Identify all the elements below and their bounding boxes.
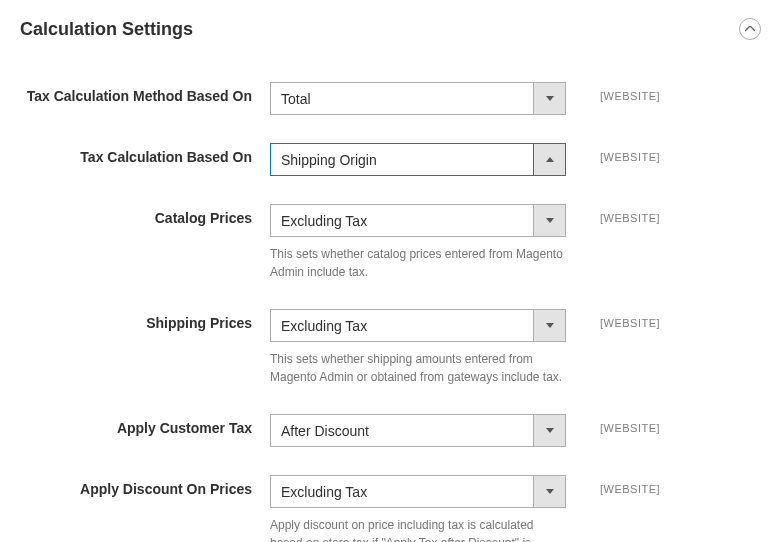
help-text: This sets whether shipping amounts enter… [270,350,566,386]
field-catalog-prices: Catalog Prices Excluding Tax This sets w… [20,204,761,281]
field-control: After Discount [270,414,566,447]
chevron-down-icon [533,415,565,446]
scope-label: [WEBSITE] [566,82,660,102]
scope-label: [WEBSITE] [566,204,660,224]
scope-label: [WEBSITE] [566,309,660,329]
scope-label: [WEBSITE] [566,475,660,495]
select-tax-calculation-method[interactable]: Total [270,82,566,115]
collapse-section-button[interactable] [739,18,761,40]
field-label: Catalog Prices [20,204,270,226]
field-apply-discount-on-prices: Apply Discount On Prices Excluding Tax A… [20,475,761,542]
field-label: Shipping Prices [20,309,270,331]
field-label: Tax Calculation Method Based On [20,82,270,104]
chevron-up-icon [745,26,755,32]
select-tax-calculation-based-on[interactable]: Shipping Origin [270,143,566,176]
field-label: Tax Calculation Based On [20,143,270,165]
field-control: Excluding Tax This sets whether catalog … [270,204,566,281]
chevron-down-icon [533,476,565,507]
chevron-down-icon [533,83,565,114]
field-apply-customer-tax: Apply Customer Tax After Discount [WEBSI… [20,414,761,447]
field-control: Excluding Tax This sets whether shipping… [270,309,566,386]
scope-label: [WEBSITE] [566,414,660,434]
field-tax-calculation-method: Tax Calculation Method Based On Total [W… [20,82,761,115]
select-value: Shipping Origin [271,144,533,175]
field-control: Shipping Origin [270,143,566,176]
chevron-down-icon [533,310,565,341]
chevron-down-icon [533,205,565,236]
help-text: Apply discount on price including tax is… [270,516,566,542]
chevron-up-icon [533,144,565,175]
help-text: This sets whether catalog prices entered… [270,245,566,281]
select-value: Excluding Tax [271,476,533,507]
field-control: Total [270,82,566,115]
field-shipping-prices: Shipping Prices Excluding Tax This sets … [20,309,761,386]
select-shipping-prices[interactable]: Excluding Tax [270,309,566,342]
field-control: Excluding Tax Apply discount on price in… [270,475,566,542]
select-value: After Discount [271,415,533,446]
field-label: Apply Customer Tax [20,414,270,436]
scope-label: [WEBSITE] [566,143,660,163]
select-apply-customer-tax[interactable]: After Discount [270,414,566,447]
section-header: Calculation Settings [20,18,761,40]
select-apply-discount-on-prices[interactable]: Excluding Tax [270,475,566,508]
select-catalog-prices[interactable]: Excluding Tax [270,204,566,237]
select-value: Total [271,83,533,114]
section-title: Calculation Settings [20,19,193,40]
select-value: Excluding Tax [271,205,533,236]
field-tax-calculation-based-on: Tax Calculation Based On Shipping Origin… [20,143,761,176]
select-value: Excluding Tax [271,310,533,341]
field-label: Apply Discount On Prices [20,475,270,497]
